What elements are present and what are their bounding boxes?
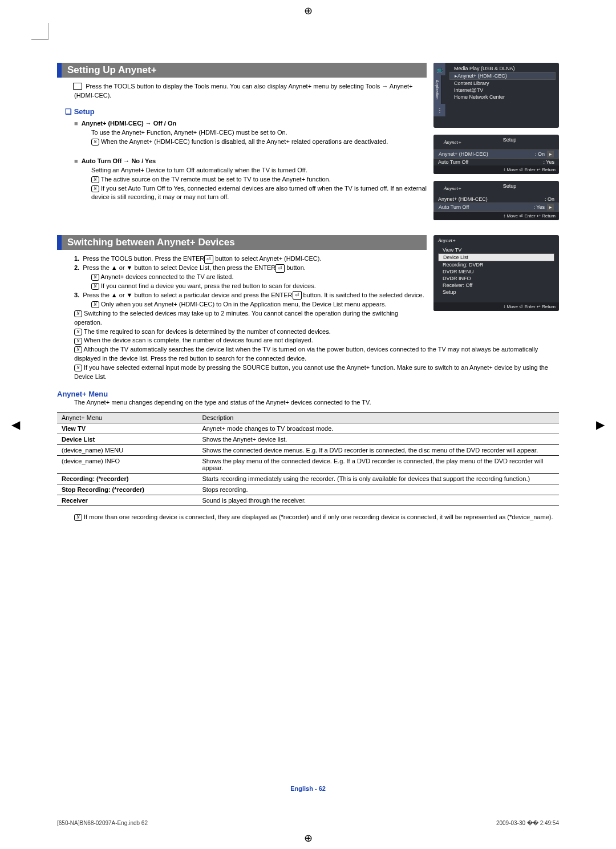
osd-row-selected: Auto Turn Off: Yes▸ xyxy=(433,203,559,212)
osd-brand: Anynet+ xyxy=(439,137,466,147)
registration-mark-bottom: ⊕ xyxy=(304,832,313,844)
step3: Press the ▲ or ▼ button to select a part… xyxy=(83,292,292,298)
table-header: Anynet+ Menu xyxy=(57,413,197,423)
osd-title: Setup xyxy=(503,183,517,193)
arrow-right-icon: ▸ xyxy=(547,204,554,211)
osd-item-selected: ▸ Anynet+ (HDMI-CEC) xyxy=(449,72,556,80)
note-icon: N xyxy=(74,329,82,335)
tools-icon xyxy=(74,84,82,90)
enter-icon: ⏎ xyxy=(275,264,285,273)
registration-mark-right: ▶ xyxy=(596,418,605,431)
registration-mark-left: ◀ xyxy=(11,418,20,431)
osd-tab-icon: ⋮ xyxy=(433,104,446,116)
osd-item: Home Network Center xyxy=(449,94,556,100)
table-row: View TVAnynet+ mode changes to TV broadc… xyxy=(57,423,559,434)
note-icon: N xyxy=(74,514,82,521)
enter-icon: ⏎ xyxy=(204,255,213,264)
menu-intro: The Anynet+ menu changes depending on th… xyxy=(74,398,559,407)
osd-item: Receiver: Off xyxy=(438,282,554,289)
note-icon: N xyxy=(74,346,82,353)
note-icon: N xyxy=(91,274,99,281)
item2-note2: If you set Auto Turn Off to Yes, connect… xyxy=(91,185,427,201)
osd-item: Media Play (USB & DLNA) xyxy=(449,65,556,72)
osd-application-menu: 📺 Application ⋮ Media Play (USB & DLNA) … xyxy=(433,63,559,128)
table-row: (device_name) INFOShows the play menu of… xyxy=(57,456,559,474)
osd-row-selected: Anynet+ (HDMI-CEC): On▸ xyxy=(433,149,559,159)
table-row: Stop Recording: (*recorder)Stops recordi… xyxy=(57,484,559,495)
note-icon: N xyxy=(91,283,99,290)
osd-item: Internet@TV xyxy=(449,87,556,94)
section-heading-setting-up: Setting Up Anynet+ xyxy=(57,63,427,78)
osd-tab-application: Application xyxy=(433,75,441,104)
intro-line: Press the TOOLS button to display the To… xyxy=(74,82,427,100)
note-icon: N xyxy=(74,365,82,371)
section-heading-switching: Switching between Anynet+ Devices xyxy=(57,235,427,250)
table-header: Description xyxy=(197,413,559,423)
osd-tab-icon: 📺 xyxy=(433,63,446,75)
print-timestamp: 2009-03-30 �� 2:49:54 xyxy=(496,820,559,826)
menu-footnote: If more than one recording device is con… xyxy=(84,514,553,520)
item1-note: When the Anynet+ (HDMI-CEC) function is … xyxy=(101,138,388,145)
table-header-row: Anynet+ Menu Description xyxy=(57,413,559,423)
table-row: (device_name) MENUShows the connected de… xyxy=(57,445,559,456)
osd-row: Anynet+ (HDMI-CEC): On xyxy=(433,196,559,203)
table-row: Device ListShows the Anynet+ device list… xyxy=(57,434,559,445)
print-file-ref: [650-NA]BN68-02097A-Eng.indb 62 xyxy=(57,820,148,826)
item2-note1: The active source on the TV remote must … xyxy=(101,176,331,183)
intro-text: Press the TOOLS button to display the To… xyxy=(74,83,413,99)
osd-item: Recording: DVDR xyxy=(438,261,554,268)
osd-brand: Anynet+ xyxy=(439,183,466,193)
note-icon: N xyxy=(91,185,99,192)
square-bullet-icon: ■ xyxy=(74,157,78,164)
registration-mark-top: ⊕ xyxy=(304,5,313,17)
note-icon: N xyxy=(91,176,99,183)
item2-body: Setting an Anynet+ Device to turn Off au… xyxy=(91,166,427,175)
osd-item: DVDR INFO xyxy=(438,275,554,282)
osd-item: View TV xyxy=(438,246,554,253)
heading-text: Setting Up Anynet+ xyxy=(67,64,157,75)
print-footer: [650-NA]BN68-02097A-Eng.indb 62 2009-03-… xyxy=(57,820,559,826)
osd-item: Setup xyxy=(438,289,554,296)
note-icon: N xyxy=(74,310,82,317)
page-content: Setting Up Anynet+ Press the TOOLS butto… xyxy=(57,63,559,792)
item2-title: Auto Turn Off → No / Yes xyxy=(82,157,156,164)
osd-title: Setup xyxy=(503,137,517,147)
square-bullet-icon: ■ xyxy=(74,120,78,127)
osd-item: DVDR MENU xyxy=(438,268,554,275)
note-icon: N xyxy=(91,139,99,145)
osd-footer: ↕ Move ⏎ Enter ↩ Return xyxy=(433,212,559,220)
heading-text: Switching between Anynet+ Devices xyxy=(67,237,235,248)
note-icon: N xyxy=(74,338,82,345)
step1: Press the TOOLS button. Press the ENTER xyxy=(83,255,204,262)
enter-icon: ⏎ xyxy=(293,291,302,300)
osd-row: Auto Turn Off: Yes xyxy=(433,159,559,165)
osd-item: Content Library xyxy=(449,80,556,87)
osd-setup-panel-1: Anynet+ Setup Anynet+ (HDMI-CEC): On▸ Au… xyxy=(433,135,559,174)
item1-body: To use the Anynet+ Function, Anynet+ (HD… xyxy=(91,128,427,138)
anynet-menu-table: Anynet+ Menu Description View TVAnynet+ … xyxy=(57,412,559,506)
table-row: Recording: (*recorder)Starts recording i… xyxy=(57,474,559,484)
osd-footer: ↕ Move ⏎ Enter ↩ Return xyxy=(433,302,559,311)
page-footer: English - 62 xyxy=(57,785,559,792)
step2: Press the ▲ or ▼ button to select Device… xyxy=(83,264,275,271)
osd-footer: ↕ Move ⏎ Enter ↩ Return xyxy=(433,165,559,174)
osd-setup-panel-2: Anynet+ Setup Anynet+ (HDMI-CEC): On Aut… xyxy=(433,181,559,220)
osd-brand: Anynet+ xyxy=(433,235,559,245)
note-icon: N xyxy=(91,301,99,308)
table-row: ReceiverSound is played through the rece… xyxy=(57,495,559,506)
osd-device-list: Anynet+ View TV Device List Recording: D… xyxy=(433,235,559,311)
arrow-right-icon: ▸ xyxy=(547,151,554,157)
crop-mark xyxy=(31,23,48,40)
osd-item-selected: Device List xyxy=(438,253,554,261)
anynet-menu-subhead: Anynet+ Menu xyxy=(57,390,559,398)
setup-subhead: Setup xyxy=(65,107,427,116)
item1-title: Anynet+ (HDMI-CEC) → Off / On xyxy=(82,120,177,127)
